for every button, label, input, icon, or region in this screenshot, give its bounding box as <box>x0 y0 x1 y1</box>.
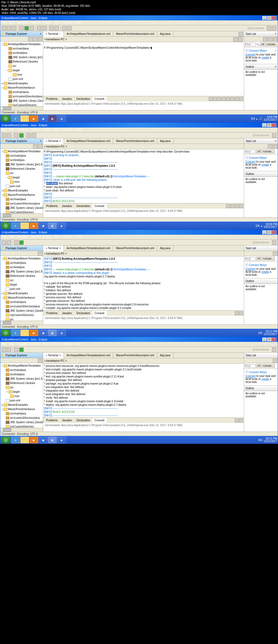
eclipse-window-4: EclipseMavenContent - Java - Eclipse_□× … <box>0 337 278 436</box>
new-class-icon[interactable] <box>42 26 46 30</box>
tab-inheritance-pom[interactable]: MavenPomInheritance/pom.xml <box>113 31 157 36</box>
system-tray: EN ▴ 🔊 9:59 PM12/31/2017 <box>251 116 277 121</box>
clear-console-icon[interactable] <box>222 97 226 101</box>
maximize-editor-icon[interactable] <box>239 32 243 36</box>
remove-launch-icon[interactable] <box>213 97 217 101</box>
taskbar-media[interactable]: ▶ <box>30 115 38 122</box>
new-icon[interactable] <box>2 26 6 30</box>
tray-clock[interactable]: 9:59 PM12/31/2017 <box>264 116 277 121</box>
close-mylyn-icon[interactable]: × <box>275 49 276 52</box>
perspective-java-icon[interactable] <box>267 26 271 30</box>
menu-navigate[interactable]: Navigate <box>17 21 28 24</box>
terminal-icon: ▪ <box>46 32 47 35</box>
taskbar-eclipse[interactable]: ◐ <box>48 115 57 122</box>
folder-icon: 📁 <box>2 32 5 35</box>
run-last-icon[interactable] <box>30 26 34 30</box>
task-collapse-icon[interactable] <box>273 37 277 42</box>
outline-header: Outline× <box>244 64 278 70</box>
terminal-output-2[interactable]: F:\Programming Courses\001 Maven\Eclipse… <box>43 149 244 203</box>
close-icon[interactable]: × <box>275 32 276 35</box>
terminal-tab[interactable]: ▪ kanastasov-PC × <box>45 38 67 41</box>
taskbar-explorer[interactable]: 📁 <box>20 115 29 122</box>
right-panel: Task List× 🔍 All Activate... ⓘConnect My… <box>244 31 278 110</box>
taskbar-ie[interactable]: e <box>11 115 20 122</box>
tab-javadoc[interactable]: Javadoc <box>60 97 74 101</box>
link-editor-icon[interactable] <box>33 37 37 42</box>
quick-access-field[interactable]: Quick Access <box>248 27 266 30</box>
taskbar-chrome[interactable]: ◉ <box>39 115 48 122</box>
task-list-header: Task List× <box>244 31 278 37</box>
package-explorer-panel: 📁Package Explorer × ▿ArchetypeMavenTempl… <box>0 31 43 110</box>
tab-archetype-pom[interactable]: ArchetypeMavenTemplates/pom.xml <box>64 31 113 36</box>
scroll-lock-icon[interactable] <box>226 97 230 101</box>
main-toolbar: Quick Access <box>0 25 278 31</box>
terminal-output[interactable]: F:\Programming Courses\001 Maven\Eclipse… <box>43 42 244 96</box>
close-button[interactable]: × <box>272 16 276 20</box>
debug-icon[interactable] <box>19 26 24 30</box>
tab-declaration[interactable]: Declaration <box>74 97 93 101</box>
all-button[interactable]: All <box>260 42 265 46</box>
perspective-open-icon[interactable] <box>272 26 276 30</box>
menu-help[interactable]: Help <box>76 21 82 24</box>
start-button[interactable] <box>1 115 11 122</box>
info-icon: ⓘ <box>245 49 248 52</box>
windows-taskbar-1: e 📁 ▶ ◉ ◐ ◈ EN ▴ 🔊 9:59 PM12/31/2017 <box>0 115 278 122</box>
terminate-icon[interactable] <box>209 97 213 101</box>
search-icon[interactable] <box>55 26 59 30</box>
terminal-output-4[interactable]: * process-test-resources: org.apache.mav… <box>43 364 244 417</box>
save-all-icon[interactable] <box>12 26 16 30</box>
editor-area: ▪Terminal× ArchetypeMavenTemplates/pom.x… <box>43 31 244 110</box>
terminal-output-3[interactable]: [INFO] [INFO] Building ArchetypeMavenTem… <box>43 256 244 310</box>
package-explorer-header[interactable]: 📁Package Explorer × <box>0 31 43 37</box>
new-package-icon[interactable] <box>37 26 41 30</box>
forward-icon[interactable] <box>67 26 71 30</box>
task-new-icon[interactable] <box>263 37 267 42</box>
activate-button[interactable]: Activate... <box>266 42 278 46</box>
tab-console[interactable]: Console <box>92 97 107 101</box>
remove-all-icon[interactable] <box>217 97 221 101</box>
maximize-button[interactable]: □ <box>267 16 271 20</box>
new-terminal-icon[interactable] <box>233 37 238 42</box>
bottom-tabs: Problems Javadoc Declaration Console <box>43 96 244 101</box>
statusbar: Connected - Encoding: UTF-8 <box>0 110 278 114</box>
display-console-icon[interactable] <box>235 97 239 101</box>
search-icon[interactable]: 🔍 <box>256 43 260 46</box>
back-icon[interactable] <box>62 26 66 30</box>
collapse-all-icon[interactable] <box>28 37 33 42</box>
eclipse-window-3: EclipseMavenContent - Java - Eclipse_□× … <box>0 230 278 329</box>
menu-run[interactable]: Run <box>55 21 60 24</box>
outline-content: An outline is not available. <box>244 70 278 77</box>
create-link[interactable]: create <box>261 56 269 59</box>
tray-volume-icon[interactable]: 🔊 <box>259 117 262 120</box>
titlebar[interactable]: EclipseMavenContent - Java - Eclipse _ □… <box>0 16 278 20</box>
run-icon[interactable] <box>24 26 29 30</box>
minimize-button[interactable]: _ <box>262 16 267 20</box>
task-find-bar: 🔍 All Activate... <box>244 42 278 47</box>
open-console-icon[interactable] <box>239 97 243 101</box>
task-categorize-icon[interactable] <box>268 37 272 42</box>
menu-project[interactable]: Project <box>43 21 52 24</box>
open-type-icon[interactable] <box>49 26 54 30</box>
close-tab-icon[interactable]: × <box>59 32 61 35</box>
mylyn-panel: ⓘConnect Mylyn× Connect to your task and… <box>244 47 278 64</box>
connect-link[interactable]: Connect <box>245 53 255 56</box>
pin-console-icon[interactable] <box>230 97 234 101</box>
view-menu-icon[interactable] <box>38 37 42 42</box>
close-panel-icon[interactable]: × <box>40 32 42 35</box>
close-icon[interactable]: × <box>275 65 276 68</box>
menu-file[interactable]: File <box>2 21 6 24</box>
menu-edit[interactable]: Edit <box>9 21 14 24</box>
menu-window[interactable]: Window <box>63 21 73 24</box>
taskbar-app[interactable]: ◈ <box>57 115 66 122</box>
terminal-settings-icon[interactable] <box>238 37 242 42</box>
package-tree[interactable]: ▿ArchetypeMavenTemplates src/main/java s… <box>0 42 43 106</box>
tab-problems[interactable]: Problems <box>44 97 60 101</box>
tray-network-icon[interactable]: ▴ <box>256 117 258 120</box>
tab-app-java[interactable]: App.java <box>157 31 173 36</box>
terminal-toolbar: ▪ kanastasov-PC × <box>43 37 244 42</box>
find-input[interactable] <box>245 43 256 46</box>
editor-tabs: ▪Terminal× ArchetypeMavenTemplates/pom.x… <box>43 31 244 37</box>
save-icon[interactable] <box>7 26 11 30</box>
menu-search[interactable]: Search <box>31 21 40 24</box>
tab-terminal[interactable]: ▪Terminal× <box>43 31 64 37</box>
